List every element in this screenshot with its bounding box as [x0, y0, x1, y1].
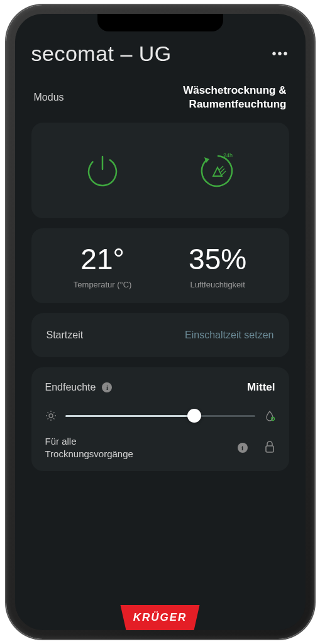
timer-label: Startzeit: [47, 330, 84, 341]
slider-thumb[interactable]: [187, 409, 201, 423]
svg-line-14: [47, 418, 48, 419]
temperature-reading: 21° Temperatur (°C): [74, 242, 132, 289]
notch: [97, 14, 223, 31]
svg-text:24h: 24h: [223, 152, 233, 158]
mode-label: Modus: [34, 92, 64, 103]
humidity-slider[interactable]: [65, 415, 255, 417]
humidity-label: Luftfeuchtigkeit: [190, 280, 245, 289]
sun-icon: [45, 410, 57, 421]
svg-line-13: [53, 418, 55, 419]
end-humidity-card: Endfeuchte i Mittel: [31, 367, 289, 471]
mode-value: Wäschetrocknung & Raumentfeuchtung: [183, 84, 286, 111]
info-icon[interactable]: i: [238, 443, 248, 453]
page-title: secomat – UG: [31, 42, 172, 66]
svg-point-7: [49, 414, 53, 418]
info-icon[interactable]: i: [102, 382, 112, 392]
svg-line-4: [219, 166, 223, 170]
temperature-value: 21°: [80, 242, 124, 276]
more-menu-button[interactable]: •••: [272, 47, 289, 61]
power-icon: [82, 150, 123, 191]
end-humidity-value: Mittel: [247, 381, 275, 394]
screen: secomat – UG ••• Modus Wäschetrocknung &…: [15, 14, 306, 630]
cycle-button[interactable]: 24h: [192, 145, 243, 196]
lock-icon[interactable]: [264, 440, 275, 455]
svg-rect-17: [266, 446, 273, 452]
droplet-icon: [264, 410, 275, 421]
humidity-reading: 35% Luftfeuchtigkeit: [189, 242, 246, 289]
svg-line-6: [222, 171, 226, 175]
power-card: 24h: [31, 123, 289, 218]
phone-frame: secomat – UG ••• Modus Wäschetrocknung &…: [6, 5, 314, 639]
temperature-label: Temperatur (°C): [74, 280, 132, 289]
svg-line-5: [221, 169, 224, 172]
header: secomat – UG •••: [31, 42, 289, 66]
humidity-value: 35%: [189, 242, 246, 276]
timer-card: Startzeit Einschaltzeit setzen: [31, 313, 289, 357]
svg-line-12: [47, 413, 48, 414]
apply-all-label: Für alle Trocknungsvorgänge: [45, 435, 133, 460]
brand-logo: KRÜGER: [133, 611, 187, 624]
mode-row[interactable]: Modus Wäschetrocknung & Raumentfeuchtung: [31, 84, 289, 111]
end-humidity-label: Endfeuchte: [45, 382, 96, 393]
set-start-time-button[interactable]: Einschaltzeit setzen: [185, 330, 273, 341]
cycle-24h-icon: 24h: [196, 148, 240, 192]
power-button[interactable]: [77, 145, 128, 196]
readings-card: 21° Temperatur (°C) 35% Luftfeuchtigkeit: [31, 228, 289, 303]
svg-line-15: [53, 413, 55, 414]
